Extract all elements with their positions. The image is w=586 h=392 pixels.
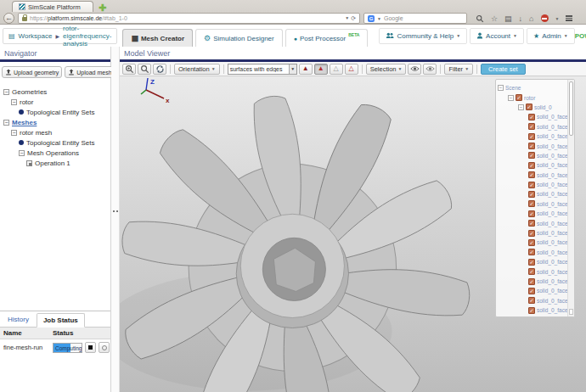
collapse-icon[interactable]: −: [11, 130, 17, 136]
adblock-dropdown-icon[interactable]: ▼: [555, 16, 560, 21]
visibility-checkbox[interactable]: ✓: [528, 220, 535, 227]
scene-tree-item[interactable]: ✓ solid_0_face_7: [496, 180, 567, 189]
scene-tree-item[interactable]: ✓ solid_0_face_4: [496, 151, 567, 160]
search-box[interactable]: G ▼ Google: [363, 13, 467, 24]
scene-tree-item[interactable]: ✓ solid_0_face_19: [496, 296, 567, 305]
visibility-checkbox[interactable]: ✓: [528, 268, 535, 275]
visibility-checkbox[interactable]: ✓: [528, 123, 535, 130]
visibility-checkbox[interactable]: ✓: [528, 162, 535, 169]
collapse-icon[interactable]: −: [518, 104, 524, 110]
mesh-solid-button[interactable]: ▲: [299, 64, 313, 75]
refresh-view-button[interactable]: [153, 64, 166, 75]
scene-tree-item[interactable]: ✓ solid_0_face_15: [496, 257, 567, 266]
visibility-checkbox[interactable]: ✓: [528, 210, 535, 217]
create-set-button[interactable]: Create set: [481, 64, 526, 75]
navigator-tree-item[interactable]: − rotor mesh: [2, 127, 109, 137]
visibility-checkbox[interactable]: ✓: [528, 182, 535, 188]
scene-tree-scrollbar[interactable]: [567, 80, 574, 316]
visibility-checkbox[interactable]: ✓: [528, 230, 535, 237]
bookmark-star-icon[interactable]: ☆: [491, 14, 498, 23]
visibility-checkbox[interactable]: ✓: [528, 200, 535, 207]
admin-menu[interactable]: ★ Admin ▼: [527, 28, 575, 44]
navigator-tree-item[interactable]: − Mesh Operations: [2, 148, 109, 158]
navigator-tree-item[interactable]: Topological Entity Sets: [2, 107, 109, 117]
scene-tree-item[interactable]: ✓ solid_0_face_18: [496, 286, 567, 295]
hide-selection-button[interactable]: [423, 64, 437, 75]
upload-geometry-button[interactable]: Upload geometry: [2, 66, 62, 78]
visibility-checkbox[interactable]: ✓: [528, 307, 535, 314]
url-bar[interactable]: https://platform.simscale.de/#tab_1-0 ▼ …: [18, 13, 360, 24]
tab-post-processor[interactable]: ● Post Processor BETA: [285, 29, 369, 47]
scene-tree-item[interactable]: − Scene: [496, 83, 567, 92]
scene-tree-item[interactable]: ✓ solid_0_face_12: [496, 228, 567, 238]
selection-dropdown[interactable]: Selection ▼: [366, 64, 407, 75]
visibility-checkbox[interactable]: ✓: [528, 239, 535, 246]
home-icon[interactable]: ⌂: [529, 14, 533, 23]
scene-tree-item[interactable]: ✓ solid_0_face_0: [496, 112, 567, 121]
visibility-checkbox[interactable]: ✓: [528, 259, 535, 266]
adblock-icon[interactable]: [541, 14, 549, 22]
mesh-points-button[interactable]: △: [345, 64, 358, 75]
render-mode-select[interactable]: surfaces with edges ▼: [228, 64, 297, 75]
zoom-fit-button[interactable]: [138, 64, 151, 75]
breadcrumb-current[interactable]: rotor-eigenfrequency-analysis: [63, 25, 111, 48]
navigator-tree-item[interactable]: Topological Entity Sets: [2, 137, 109, 148]
mesh-surface-wireframe-button[interactable]: ▲: [314, 64, 328, 75]
visibility-checkbox[interactable]: ✓: [528, 288, 535, 294]
visibility-checkbox[interactable]: ✓: [528, 114, 535, 120]
visibility-checkbox[interactable]: ✓: [528, 297, 535, 304]
reload-icon[interactable]: ⟳: [351, 15, 356, 22]
scene-tree-item[interactable]: ✓ solid_0_face_2: [496, 132, 567, 141]
show-selection-button[interactable]: [408, 64, 421, 75]
visibility-checkbox[interactable]: ✓: [528, 171, 535, 178]
search-icon[interactable]: [476, 14, 484, 23]
scene-tree-item[interactable]: ✓ solid_0_face_20: [496, 305, 567, 315]
back-button[interactable]: ←: [3, 13, 14, 24]
collapse-icon[interactable]: −: [498, 85, 504, 91]
scene-tree-item[interactable]: − ✓ solid_0: [496, 103, 567, 112]
stop-job-button[interactable]: [85, 342, 96, 353]
collapse-icon[interactable]: −: [3, 120, 9, 126]
collapse-icon[interactable]: −: [3, 89, 9, 95]
search-engine-dropdown-icon[interactable]: ▼: [377, 16, 381, 21]
scene-tree-item[interactable]: ✓ solid_0_face_3: [496, 141, 567, 150]
menu-icon[interactable]: [566, 15, 572, 20]
orientation-dropdown[interactable]: Orientation ▼: [174, 64, 220, 75]
navigator-tree-item[interactable]: Operation 1: [2, 158, 109, 168]
visibility-checkbox[interactable]: ✓: [528, 278, 535, 285]
tab-simulation-designer[interactable]: ⚙ Simulation Designer: [195, 29, 283, 47]
upload-mesh-button[interactable]: Upload mesh: [65, 66, 115, 78]
collapse-icon[interactable]: −: [508, 95, 514, 101]
collapse-icon[interactable]: −: [11, 99, 17, 105]
scrollbar-thumb[interactable]: [569, 81, 573, 136]
visibility-checkbox[interactable]: ✓: [528, 249, 535, 255]
scene-tree-item[interactable]: ✓ solid_0_face_5: [496, 160, 567, 170]
viewport-3d[interactable]: Z x − Scene − ✓ rotor − ✓ solid_0 ✓ soli…: [120, 76, 586, 392]
bookmarks-panel-icon[interactable]: ▤: [504, 14, 512, 23]
navigator-tree-item[interactable]: − Meshes: [2, 117, 109, 127]
new-tab-button[interactable]: ✚: [99, 3, 106, 12]
visibility-checkbox[interactable]: ✓: [516, 94, 522, 101]
breadcrumb[interactable]: ▤ Workspace ▶ rotor-eigenfrequency-analy…: [3, 28, 117, 44]
visibility-checkbox[interactable]: ✓: [528, 143, 535, 149]
tab-job-status[interactable]: Job Status: [37, 313, 85, 328]
visibility-checkbox[interactable]: ✓: [528, 152, 535, 159]
zoom-in-button[interactable]: [122, 64, 136, 75]
scene-tree-item[interactable]: ✓ solid_0_face_9: [496, 199, 567, 209]
scene-tree-item[interactable]: ✓ solid_0_face_10: [496, 209, 567, 218]
url-dropdown-icon[interactable]: ▼: [345, 15, 349, 22]
scene-tree-item[interactable]: − ✓ rotor: [496, 92, 567, 102]
scene-tree-item[interactable]: ✓ solid_0_face_1: [496, 122, 567, 132]
collapse-icon[interactable]: −: [19, 150, 25, 156]
filter-dropdown[interactable]: Filter ▼: [444, 64, 473, 75]
mesh-wireframe-button[interactable]: △: [330, 64, 343, 75]
cancel-job-button[interactable]: [99, 342, 110, 353]
panel-splitter[interactable]: [111, 47, 120, 392]
downloads-icon[interactable]: ↓: [519, 14, 523, 23]
tab-mesh-creator[interactable]: ▦ Mesh Creator: [122, 29, 193, 47]
community-help-menu[interactable]: Community & Help ▼: [379, 28, 467, 44]
visibility-checkbox[interactable]: ✓: [528, 191, 535, 198]
visibility-checkbox[interactable]: ✓: [528, 133, 535, 140]
scene-tree-item[interactable]: ✓ solid_0_face_8: [496, 189, 567, 199]
scene-tree-item[interactable]: ✓ solid_0_face_16: [496, 266, 567, 276]
